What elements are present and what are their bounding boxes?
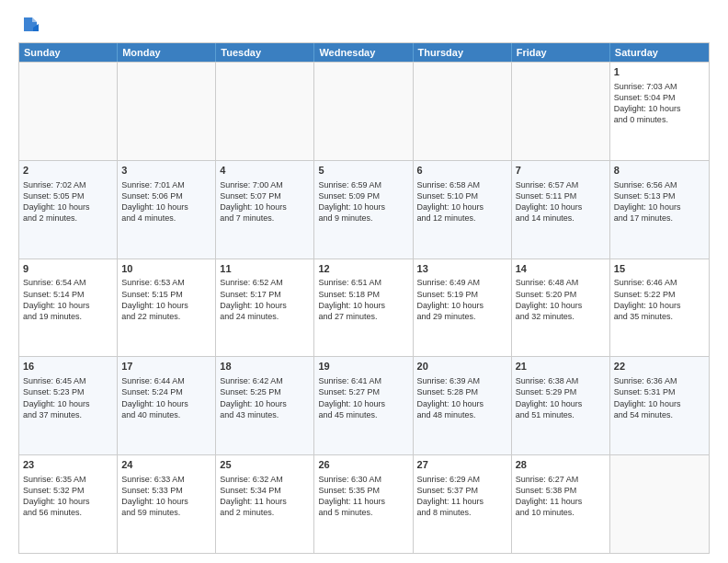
day-info: Sunrise: 6:45 AM bbox=[23, 375, 113, 386]
day-info: and 56 minutes. bbox=[23, 507, 113, 518]
day-info: Daylight: 11 hours bbox=[516, 496, 606, 507]
calendar-cell: 9Sunrise: 6:54 AMSunset: 5:14 PMDaylight… bbox=[19, 259, 118, 357]
calendar-header-cell: Saturday bbox=[610, 43, 709, 62]
calendar-cell: 17Sunrise: 6:44 AMSunset: 5:24 PMDayligh… bbox=[118, 357, 216, 454]
day-info: Sunset: 5:37 PM bbox=[417, 485, 507, 496]
calendar-cell: 12Sunrise: 6:51 AMSunset: 5:18 PMDayligh… bbox=[314, 259, 413, 357]
calendar-cell: 2Sunrise: 7:02 AMSunset: 5:05 PMDaylight… bbox=[19, 161, 118, 259]
day-info: Daylight: 10 hours bbox=[23, 300, 113, 311]
day-info: Sunrise: 7:01 AM bbox=[121, 179, 211, 190]
calendar-cell: 21Sunrise: 6:38 AMSunset: 5:29 PMDayligh… bbox=[512, 357, 610, 454]
header bbox=[18, 15, 710, 35]
day-info: Daylight: 10 hours bbox=[614, 103, 705, 114]
day-info: and 0 minutes. bbox=[614, 114, 705, 125]
day-number: 15 bbox=[614, 262, 705, 276]
calendar-cell: 16Sunrise: 6:45 AMSunset: 5:23 PMDayligh… bbox=[19, 357, 118, 454]
day-info: Daylight: 10 hours bbox=[417, 398, 507, 409]
day-number: 11 bbox=[220, 262, 310, 276]
day-info: Sunset: 5:19 PM bbox=[417, 289, 507, 300]
logo-icon bbox=[20, 15, 40, 35]
calendar-cell: 22Sunrise: 6:36 AMSunset: 5:31 PMDayligh… bbox=[610, 357, 709, 454]
day-number: 28 bbox=[516, 458, 606, 472]
day-info: Sunrise: 6:58 AM bbox=[417, 179, 507, 190]
calendar-cell: 7Sunrise: 6:57 AMSunset: 5:11 PMDaylight… bbox=[512, 161, 610, 259]
day-info: Sunrise: 6:59 AM bbox=[318, 179, 408, 190]
day-info: Sunset: 5:38 PM bbox=[516, 485, 606, 496]
day-info: Sunrise: 6:49 AM bbox=[417, 277, 507, 288]
logo bbox=[18, 15, 40, 35]
day-info: Sunset: 5:25 PM bbox=[220, 386, 310, 397]
calendar-cell: 4Sunrise: 7:00 AMSunset: 5:07 PMDaylight… bbox=[216, 161, 314, 259]
day-info: Sunset: 5:28 PM bbox=[417, 386, 507, 397]
day-info: Sunrise: 6:44 AM bbox=[121, 375, 211, 386]
day-number: 23 bbox=[23, 458, 113, 472]
day-info: Daylight: 10 hours bbox=[220, 201, 310, 213]
day-info: Daylight: 10 hours bbox=[516, 398, 606, 409]
day-info: and 48 minutes. bbox=[417, 409, 507, 420]
day-info: Sunset: 5:31 PM bbox=[614, 386, 705, 397]
day-info: and 14 minutes. bbox=[516, 213, 606, 224]
day-info: Sunrise: 7:02 AM bbox=[23, 179, 113, 190]
day-number: 7 bbox=[516, 164, 606, 178]
calendar-header-cell: Thursday bbox=[414, 43, 512, 62]
day-info: and 40 minutes. bbox=[121, 409, 211, 420]
day-number: 27 bbox=[417, 458, 507, 472]
day-number: 24 bbox=[121, 458, 211, 472]
day-info: and 7 minutes. bbox=[220, 213, 310, 224]
day-info: Sunset: 5:15 PM bbox=[121, 289, 211, 300]
calendar-header: SundayMondayTuesdayWednesdayThursdayFrid… bbox=[19, 43, 709, 62]
day-info: Sunrise: 6:48 AM bbox=[516, 277, 606, 288]
day-number: 6 bbox=[417, 164, 507, 178]
day-info: Sunset: 5:14 PM bbox=[23, 289, 113, 300]
day-info: Sunrise: 6:54 AM bbox=[23, 277, 113, 288]
day-info: Sunrise: 6:56 AM bbox=[614, 179, 705, 190]
day-info: Daylight: 10 hours bbox=[23, 496, 113, 507]
day-info: Sunrise: 7:00 AM bbox=[220, 179, 310, 190]
calendar-cell: 11Sunrise: 6:52 AMSunset: 5:17 PMDayligh… bbox=[216, 259, 314, 357]
calendar-row: 1Sunrise: 7:03 AMSunset: 5:04 PMDaylight… bbox=[19, 62, 709, 160]
day-info: Sunrise: 6:30 AM bbox=[318, 474, 408, 485]
calendar-cell: 28Sunrise: 6:27 AMSunset: 5:38 PMDayligh… bbox=[512, 455, 610, 553]
day-info: and 17 minutes. bbox=[614, 213, 705, 224]
calendar-cell bbox=[512, 63, 610, 160]
day-info: and 51 minutes. bbox=[516, 409, 606, 420]
day-info: and 22 minutes. bbox=[121, 311, 211, 322]
day-info: and 9 minutes. bbox=[318, 213, 408, 224]
calendar-row: 16Sunrise: 6:45 AMSunset: 5:23 PMDayligh… bbox=[19, 356, 709, 454]
day-info: Sunset: 5:09 PM bbox=[318, 190, 408, 201]
calendar-body: 1Sunrise: 7:03 AMSunset: 5:04 PMDaylight… bbox=[19, 62, 709, 553]
day-info: Sunset: 5:32 PM bbox=[23, 485, 113, 496]
day-info: Sunrise: 6:53 AM bbox=[121, 277, 211, 288]
day-info: Sunrise: 6:51 AM bbox=[318, 277, 408, 288]
day-number: 10 bbox=[121, 262, 211, 276]
day-info: and 59 minutes. bbox=[121, 507, 211, 518]
day-info: Daylight: 10 hours bbox=[220, 300, 310, 311]
day-number: 17 bbox=[121, 360, 211, 373]
calendar-row: 2Sunrise: 7:02 AMSunset: 5:05 PMDaylight… bbox=[19, 160, 709, 259]
calendar-header-cell: Friday bbox=[512, 43, 610, 62]
calendar-header-cell: Monday bbox=[118, 43, 216, 62]
day-number: 3 bbox=[121, 164, 211, 178]
day-info: Sunrise: 6:38 AM bbox=[516, 375, 606, 386]
day-info: Sunset: 5:35 PM bbox=[318, 485, 408, 496]
calendar-cell bbox=[216, 63, 314, 160]
day-info: Sunset: 5:07 PM bbox=[220, 190, 310, 201]
day-info: and 2 minutes. bbox=[23, 213, 113, 224]
day-info: Daylight: 10 hours bbox=[121, 201, 211, 213]
day-number: 9 bbox=[23, 262, 113, 276]
day-info: Sunrise: 6:57 AM bbox=[516, 179, 606, 190]
day-info: Sunrise: 6:39 AM bbox=[417, 375, 507, 386]
day-info: Sunset: 5:11 PM bbox=[516, 190, 606, 201]
calendar-header-cell: Sunday bbox=[19, 43, 118, 62]
calendar-cell: 20Sunrise: 6:39 AMSunset: 5:28 PMDayligh… bbox=[414, 357, 512, 454]
day-info: Sunrise: 6:41 AM bbox=[318, 375, 408, 386]
day-number: 2 bbox=[23, 164, 113, 178]
day-number: 14 bbox=[516, 262, 606, 276]
day-info: Sunrise: 6:32 AM bbox=[220, 474, 310, 485]
calendar-cell: 8Sunrise: 6:56 AMSunset: 5:13 PMDaylight… bbox=[610, 161, 709, 259]
day-info: Daylight: 10 hours bbox=[23, 201, 113, 213]
page: SundayMondayTuesdayWednesdayThursdayFrid… bbox=[0, 0, 728, 563]
calendar-cell: 13Sunrise: 6:49 AMSunset: 5:19 PMDayligh… bbox=[414, 259, 512, 357]
day-info: Daylight: 10 hours bbox=[318, 201, 408, 213]
day-info: Sunrise: 6:42 AM bbox=[220, 375, 310, 386]
